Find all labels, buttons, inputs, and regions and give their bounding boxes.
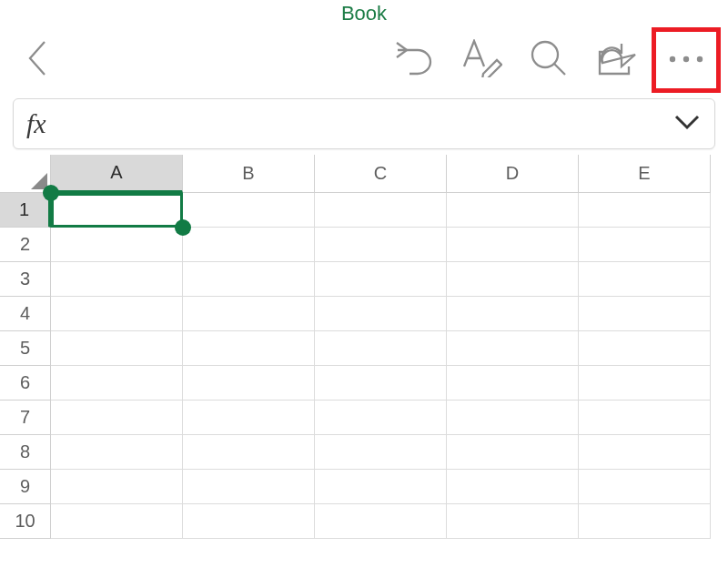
column-header-b[interactable]: B xyxy=(183,155,315,193)
back-button[interactable] xyxy=(13,32,64,88)
cell[interactable] xyxy=(315,262,447,297)
cell[interactable] xyxy=(183,470,315,504)
cell[interactable] xyxy=(51,366,183,401)
cell[interactable] xyxy=(183,262,315,297)
cell[interactable] xyxy=(579,401,711,435)
row-header-8[interactable]: 8 xyxy=(0,435,51,470)
cell[interactable] xyxy=(579,366,711,401)
cell[interactable] xyxy=(447,366,579,401)
cell[interactable] xyxy=(183,193,315,228)
cell[interactable] xyxy=(315,401,447,435)
share-icon xyxy=(596,39,636,81)
cell[interactable] xyxy=(183,504,315,539)
cell[interactable] xyxy=(579,297,711,331)
row-header-2[interactable]: 2 xyxy=(0,228,51,262)
cell[interactable] xyxy=(315,435,447,470)
svg-point-2 xyxy=(683,56,689,62)
cell[interactable] xyxy=(51,193,183,228)
ellipsis-icon xyxy=(666,52,706,68)
row-header-10[interactable]: 10 xyxy=(0,504,51,539)
cell[interactable] xyxy=(579,504,711,539)
column-header-d[interactable]: D xyxy=(447,155,579,193)
cell[interactable] xyxy=(315,331,447,366)
cell[interactable] xyxy=(315,193,447,228)
cell[interactable] xyxy=(315,366,447,401)
cell[interactable] xyxy=(579,262,711,297)
undo-button[interactable] xyxy=(382,32,446,88)
cell[interactable] xyxy=(447,331,579,366)
formula-input[interactable] xyxy=(76,99,669,148)
rows: 1 2 3 4 5 6 7 8 9 10 xyxy=(0,193,728,539)
row-header-5[interactable]: 5 xyxy=(0,331,51,366)
column-header-c[interactable]: C xyxy=(315,155,447,193)
document-title: Book xyxy=(0,0,728,27)
cell[interactable] xyxy=(315,470,447,504)
formula-expand-button[interactable] xyxy=(669,106,705,142)
cell[interactable] xyxy=(183,228,315,262)
fx-label: fx xyxy=(26,108,76,139)
cell[interactable] xyxy=(183,401,315,435)
formula-bar: fx xyxy=(13,98,715,149)
cell[interactable] xyxy=(51,297,183,331)
cell[interactable] xyxy=(51,504,183,539)
more-options-button[interactable] xyxy=(652,27,721,93)
cell[interactable] xyxy=(447,228,579,262)
undo-icon xyxy=(394,40,434,80)
cell[interactable] xyxy=(315,228,447,262)
row-header-3[interactable]: 3 xyxy=(0,262,51,297)
chevron-left-icon xyxy=(25,38,52,82)
cell[interactable] xyxy=(51,401,183,435)
cell[interactable] xyxy=(183,435,315,470)
cell[interactable] xyxy=(51,435,183,470)
cell[interactable] xyxy=(447,193,579,228)
cell[interactable] xyxy=(315,504,447,539)
cell[interactable] xyxy=(579,228,711,262)
row-header-4[interactable]: 4 xyxy=(0,297,51,331)
cell[interactable] xyxy=(447,401,579,435)
cell[interactable] xyxy=(51,228,183,262)
share-button[interactable] xyxy=(584,32,648,88)
cell[interactable] xyxy=(579,470,711,504)
column-header-a[interactable]: A xyxy=(51,155,183,193)
search-icon xyxy=(530,39,568,81)
cell[interactable] xyxy=(183,331,315,366)
font-pen-icon xyxy=(460,39,502,81)
cell[interactable] xyxy=(51,262,183,297)
cell[interactable] xyxy=(51,470,183,504)
cell[interactable] xyxy=(51,331,183,366)
toolbar xyxy=(0,27,728,93)
svg-point-3 xyxy=(697,56,703,62)
cell[interactable] xyxy=(579,435,711,470)
cell[interactable] xyxy=(579,331,711,366)
svg-point-0 xyxy=(532,42,558,67)
column-header-e[interactable]: E xyxy=(579,155,711,193)
cell[interactable] xyxy=(447,435,579,470)
cell[interactable] xyxy=(447,297,579,331)
cell[interactable] xyxy=(183,366,315,401)
row-header-6[interactable]: 6 xyxy=(0,366,51,401)
font-edit-button[interactable] xyxy=(450,32,513,88)
spreadsheet-grid[interactable]: A B C D E 1 2 3 4 5 6 7 8 9 10 xyxy=(0,155,728,539)
cell[interactable] xyxy=(447,470,579,504)
cell[interactable] xyxy=(579,193,711,228)
cell[interactable] xyxy=(183,297,315,331)
row-header-1[interactable]: 1 xyxy=(0,193,51,228)
row-header-9[interactable]: 9 xyxy=(0,470,51,504)
cell[interactable] xyxy=(447,262,579,297)
chevron-down-icon xyxy=(673,114,701,134)
select-all-corner[interactable] xyxy=(0,155,51,193)
search-button[interactable] xyxy=(517,32,581,88)
column-headers: A B C D E xyxy=(0,155,728,193)
cell[interactable] xyxy=(447,504,579,539)
svg-point-1 xyxy=(670,56,675,62)
row-header-7[interactable]: 7 xyxy=(0,401,51,435)
cell[interactable] xyxy=(315,297,447,331)
